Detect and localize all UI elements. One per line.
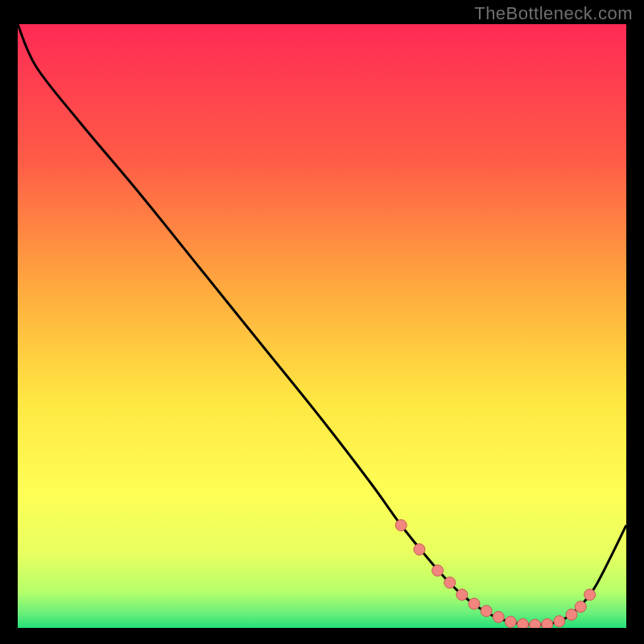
data-marker (554, 616, 565, 627)
attribution-text: TheBottleneck.com (474, 3, 633, 24)
data-marker (542, 619, 553, 629)
data-marker (481, 605, 492, 617)
plot-area (18, 24, 626, 628)
data-marker (530, 619, 541, 628)
data-marker (469, 598, 480, 609)
data-marker (444, 577, 456, 588)
data-marker (414, 544, 425, 555)
data-marker (395, 520, 407, 531)
data-marker (566, 609, 577, 621)
data-marker (493, 612, 504, 623)
data-marker (456, 589, 468, 601)
data-marker (517, 619, 528, 629)
chart-svg (18, 24, 626, 628)
gradient-background (18, 24, 626, 628)
data-marker (584, 589, 596, 601)
chart-frame: TheBottleneck.com (0, 0, 644, 644)
data-marker (432, 565, 444, 576)
data-marker (505, 617, 516, 628)
data-marker (575, 601, 586, 613)
